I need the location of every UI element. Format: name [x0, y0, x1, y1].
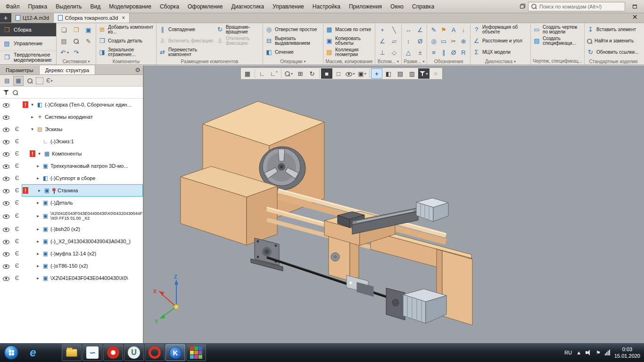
- maximize-button[interactable]: [628, 1, 642, 12]
- taskbar-internet-explorer[interactable]: e: [23, 344, 43, 361]
- component-state-icon[interactable]: [12, 238, 22, 245]
- expand-arrow-icon[interactable]: [37, 151, 42, 156]
- 3d-viewport[interactable]: ▦ ∟ ∟+ ▾ ⊞ ↻ ■ □ ▾ ▣▾ + ◧ ▤ ▥ ▾ ≡: [144, 66, 644, 343]
- btn-cut-extrude[interactable]: ⊟Вырезать выдавливанием: [264, 35, 322, 47]
- ribbon-group-label-dimensions[interactable]: Разме...▾: [403, 58, 426, 65]
- visibility-eye-icon[interactable]: [3, 251, 9, 257]
- tree-row-encoded-part-1[interactable]: ▣\X2\041E043F043E04400430\X0\04320430044…: [0, 209, 143, 223]
- wireframe-display-button[interactable]: □: [333, 68, 344, 79]
- btn-distance-angle[interactable]: ∠Расстояние и угол: [471, 35, 529, 47]
- tab-document-2-active[interactable]: Сборка токарного.a3d: [54, 13, 130, 23]
- btn-update-links[interactable]: ↻Обновить ссылки...: [586, 47, 641, 58]
- aux-angle-button[interactable]: ∠: [377, 35, 388, 47]
- expand-arrow-icon[interactable]: [35, 214, 41, 218]
- aux-perpendicular-button[interactable]: ⊥: [377, 47, 388, 58]
- move-component-button[interactable]: +: [371, 68, 382, 79]
- tree-row-sketch-1[interactable]: ∟(-)Эскиз:1: [0, 135, 143, 148]
- component-state-icon[interactable]: [12, 250, 22, 257]
- btn-create-drawing[interactable]: ▭Создать чертеж по модели: [532, 24, 583, 35]
- btn-mirror[interactable]: ◨Зеркальное отражение...: [97, 47, 155, 58]
- orientation-button[interactable]: ∟: [256, 68, 268, 79]
- btn-copy-objects[interactable]: ▣Копировать объекты: [324, 35, 374, 47]
- visibility-eye-icon[interactable]: [3, 163, 9, 169]
- tree-row-chuck[interactable]: ▣Трехкулачковый патрон 3D-мо...: [0, 160, 143, 172]
- btn-object-info[interactable]: ?Информация об объекте: [471, 24, 529, 35]
- ann-note-button[interactable]: ✎: [429, 24, 439, 35]
- expand-arrow-icon[interactable]: [35, 276, 41, 280]
- component-state-icon[interactable]: [12, 275, 22, 281]
- close-button[interactable]: ✕: [628, 12, 642, 22]
- tree-filter-input[interactable]: [22, 90, 140, 95]
- btn-create-spec[interactable]: ▤Создать спецификаци...: [532, 35, 583, 47]
- menu-view[interactable]: Вид: [86, 1, 105, 12]
- btn-geometry-collection[interactable]: ▤Коллекция геометрии: [324, 47, 374, 58]
- btn-move-component[interactable]: ⇄Переместить компонент: [157, 47, 215, 58]
- visibility-eye-icon[interactable]: [3, 139, 9, 145]
- ann-hatch-button[interactable]: ≡: [429, 47, 439, 58]
- tree-row-st86[interactable]: ▣(-)sT86-150 (x2): [0, 260, 143, 272]
- btn-rotation-rotation[interactable]: ↻Вращение-вращение: [215, 24, 260, 35]
- btn-insert-element[interactable]: ↧Вставить элемент: [586, 24, 641, 35]
- btn-section[interactable]: ◧Сечение: [264, 47, 322, 58]
- component-state-icon[interactable]: [12, 138, 22, 145]
- aux-local-cs-button[interactable]: ◇: [388, 47, 400, 58]
- component-state-icon[interactable]: [12, 126, 22, 132]
- ann-radius-button[interactable]: R: [459, 47, 469, 58]
- mode-solid-modeling[interactable]: ❒Твердотельное моделирование: [0, 51, 56, 65]
- ribbon-group-label-array[interactable]: Массив, копирование: [324, 58, 374, 65]
- command-search-input[interactable]: [539, 4, 619, 9]
- model-stepper-motor-top[interactable]: [416, 198, 448, 222]
- visibility-eye-icon[interactable]: [3, 126, 9, 132]
- menu-window[interactable]: Окно: [386, 1, 408, 12]
- taskbar-explorer[interactable]: [62, 344, 82, 361]
- menu-management[interactable]: Управление: [268, 1, 308, 12]
- dim-linear-button[interactable]: ↔: [403, 24, 414, 35]
- expand-arrow-icon[interactable]: [30, 127, 35, 132]
- visibility-eye-icon[interactable]: [3, 102, 9, 108]
- ann-leader-button[interactable]: ↓: [459, 24, 469, 35]
- taskbar-kompas-3d-active[interactable]: K: [165, 344, 185, 361]
- taskbar-media-player[interactable]: [103, 344, 123, 361]
- menu-applications[interactable]: Приложения: [345, 1, 386, 12]
- new-document-tab-button[interactable]: +: [0, 13, 11, 23]
- menu-settings[interactable]: Настройка: [308, 1, 345, 12]
- tree-row-bsh20[interactable]: ▣(-)bsh20 (x2): [0, 223, 143, 235]
- ribbon-group-label-drawing[interactable]: Чертеж, спецификац...: [532, 58, 583, 65]
- visibility-eye-icon[interactable]: [3, 226, 9, 232]
- aux-point-button[interactable]: +: [377, 24, 388, 35]
- component-state-icon[interactable]: [12, 163, 22, 169]
- ann-datum-button[interactable]: ◎: [429, 35, 439, 47]
- expand-arrow-icon[interactable]: [35, 164, 41, 168]
- menu-file[interactable]: Файл: [1, 1, 24, 12]
- filter-objects-button[interactable]: ▾: [418, 68, 429, 79]
- notification-flag-icon[interactable]: ⚑: [596, 350, 601, 356]
- network-icon[interactable]: [605, 350, 610, 355]
- menu-help[interactable]: Справка: [408, 1, 438, 12]
- btn-enable-fixation[interactable]: ⚓Включить фиксацию: [157, 35, 215, 47]
- dim-tolerance-button[interactable]: ±: [414, 47, 426, 58]
- orbit-button[interactable]: ↻: [306, 68, 318, 79]
- component-state-icon[interactable]: [12, 150, 22, 157]
- component-state-icon[interactable]: [12, 187, 22, 194]
- visibility-eye-icon[interactable]: [3, 188, 9, 194]
- tab-tree-structure[interactable]: Дерево: структура: [40, 66, 96, 74]
- btn-create-part[interactable]: ❒Создать деталь: [97, 35, 155, 47]
- taskbar-utorrent[interactable]: U: [124, 344, 144, 361]
- appearance-button[interactable]: ▣▾: [356, 68, 368, 79]
- tree-area-select-button[interactable]: [36, 77, 43, 84]
- component-state-icon[interactable]: [12, 199, 22, 206]
- tree-row-encoded-part-2[interactable]: ▣(-)_X2_041304300439043A0430_): [0, 235, 143, 247]
- btn-find-replace[interactable]: Найти и заменить: [586, 35, 641, 47]
- aux-axis-button[interactable]: ╲: [388, 24, 400, 35]
- tree-row-stanina[interactable]: ▣Станина: [0, 184, 143, 197]
- ribbon-group-label-standard[interactable]: Стандартные изделия: [586, 58, 641, 65]
- hide-objects-button[interactable]: ▾: [345, 68, 356, 79]
- ann-diameter-button[interactable]: Ø: [449, 47, 459, 58]
- expand-arrow-icon[interactable]: [35, 227, 41, 231]
- taskbar-writer[interactable]: ∽: [83, 344, 102, 361]
- toolbar-drag-handle[interactable]: ▦: [242, 68, 253, 79]
- tree-row-components[interactable]: ▦Компоненты: [0, 148, 143, 160]
- ann-flag-button[interactable]: ⚑: [439, 24, 449, 35]
- volume-icon[interactable]: [586, 350, 592, 355]
- expand-arrow-icon[interactable]: [30, 102, 35, 107]
